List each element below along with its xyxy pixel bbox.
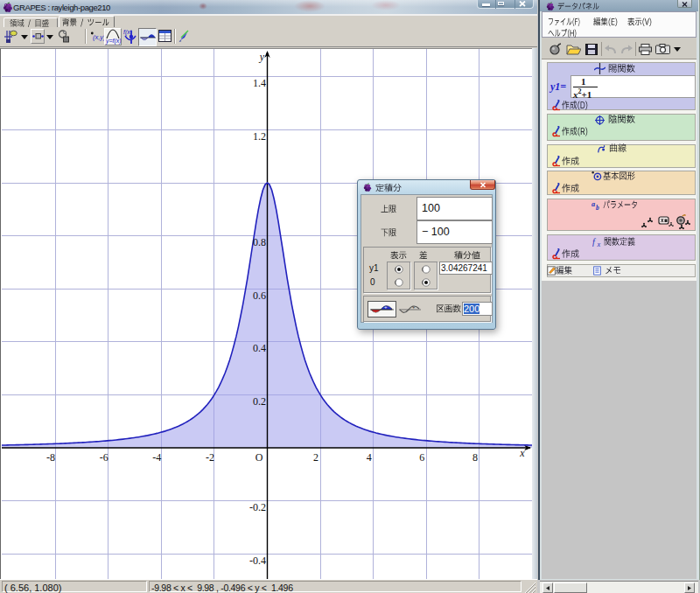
- svg-text:0.8: 0.8: [253, 236, 266, 248]
- svg-text:O: O: [256, 451, 263, 464]
- svg-text:0.2: 0.2: [253, 395, 266, 408]
- svg-text:6: 6: [419, 451, 424, 464]
- svg-text:b: b: [596, 204, 599, 211]
- svg-text:f: f: [592, 237, 596, 247]
- svg-text:a: a: [592, 200, 595, 208]
- svg-text:8: 8: [472, 451, 478, 464]
- svg-text:-0.4: -0.4: [249, 555, 266, 567]
- svg-text:-: -: [374, 310, 375, 315]
- svg-text:+: +: [412, 304, 416, 310]
- svg-text:y: y: [259, 51, 265, 63]
- svg-text:0.4: 0.4: [253, 342, 266, 354]
- svg-text:-: -: [402, 310, 404, 315]
- svg-text:4: 4: [367, 451, 372, 464]
- svg-text:+: +: [384, 304, 388, 310]
- svg-text:0.6: 0.6: [253, 290, 266, 302]
- svg-text:1.2: 1.2: [253, 130, 266, 143]
- svg-text:1.4: 1.4: [253, 77, 266, 89]
- svg-text:-6: -6: [100, 451, 108, 464]
- svg-text:-8: -8: [46, 451, 55, 464]
- svg-text:x: x: [519, 447, 525, 459]
- svg-text:-2: -2: [206, 451, 214, 464]
- svg-text:-0.2: -0.2: [249, 501, 266, 513]
- svg-text:x: x: [597, 241, 601, 248]
- svg-text:-4: -4: [152, 451, 161, 464]
- svg-text:2: 2: [313, 451, 318, 464]
